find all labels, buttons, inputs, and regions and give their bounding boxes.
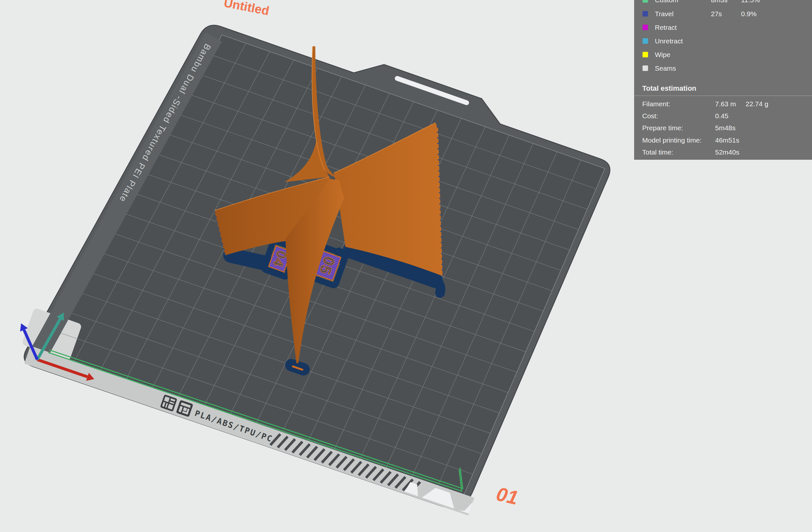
estimation-value: 0.45 bbox=[715, 112, 728, 120]
legend-feature-time: 8m3s bbox=[711, 0, 727, 5]
legend-feature-percent: 11.5% bbox=[741, 0, 760, 5]
legend-row-custom[interactable]: Custom8m3s11.5% bbox=[634, 0, 812, 5]
legend-feature-percent: 0.9% bbox=[741, 9, 757, 19]
estimation-value-2: 22.74 g bbox=[745, 100, 768, 108]
legend-color-swatch bbox=[642, 66, 648, 71]
print-stats-panel: Custom8m3s11.5%Travel27s0.9%RetractUnret… bbox=[634, 0, 812, 160]
legend-color-swatch bbox=[642, 11, 648, 16]
legend-feature-name: Seams bbox=[655, 63, 676, 73]
estimation-value: 5m48s bbox=[715, 124, 736, 132]
estimation-value: 46m51s bbox=[715, 136, 739, 144]
estimation-value: 7.63 m bbox=[715, 100, 736, 108]
slicer-preview-window: Bambu Dual -Sided Textured PEI PlatePLA/… bbox=[0, 0, 812, 532]
legend-feature-time: 27s bbox=[711, 9, 722, 19]
estimation-value: 52m40s bbox=[715, 148, 739, 157]
estimation-label: Model printing time: bbox=[642, 136, 701, 144]
legend-color-swatch bbox=[642, 52, 648, 57]
legend-feature-name: Unretract bbox=[655, 36, 683, 46]
estimation-row: Filament:7.63 m22.74 g bbox=[634, 100, 812, 108]
estimation-label: Total time: bbox=[642, 148, 673, 157]
estimation-row: Cost:0.45 bbox=[634, 112, 812, 120]
legend-row-retract[interactable]: Retract bbox=[634, 23, 812, 32]
legend-feature-name: Retract bbox=[655, 23, 677, 32]
legend-row-wipe[interactable]: Wipe bbox=[634, 50, 812, 60]
panel-separator bbox=[634, 96, 812, 96]
legend-feature-name: Wipe bbox=[655, 50, 670, 60]
legend-feature-name: Travel bbox=[655, 9, 673, 19]
estimation-label: Filament: bbox=[642, 100, 670, 108]
total-estimation-title: Total estimation bbox=[642, 84, 696, 93]
estimation-row: Model printing time:46m51s bbox=[634, 136, 812, 144]
legend-row-seams[interactable]: Seams bbox=[634, 63, 812, 73]
legend-row-travel[interactable]: Travel27s0.9% bbox=[634, 9, 812, 19]
legend-color-swatch bbox=[642, 38, 648, 44]
estimation-label: Prepare time: bbox=[642, 124, 683, 132]
estimation-row: Prepare time:5m48s bbox=[634, 124, 812, 132]
legend-row-unretract[interactable]: Unretract bbox=[634, 36, 812, 46]
legend-color-swatch bbox=[642, 25, 648, 30]
legend-feature-name: Custom bbox=[655, 0, 678, 5]
estimation-row: Total time:52m40s bbox=[634, 148, 812, 157]
legend-color-swatch bbox=[642, 0, 648, 3]
estimation-label: Cost: bbox=[642, 112, 658, 120]
